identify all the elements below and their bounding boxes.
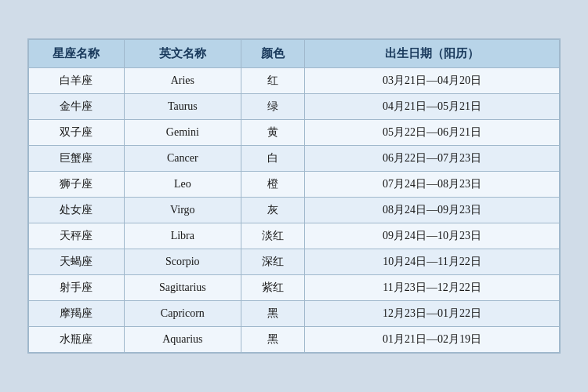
table-row: 天秤座Libra淡红09月24日—10月23日 <box>29 223 560 249</box>
table-header-row: 星座名称 英文名称 颜色 出生日期（阳历） <box>29 40 560 68</box>
table-row: 天蝎座Scorpio深红10月24日—11月22日 <box>29 249 560 275</box>
cell-zh: 水瓶座 <box>29 327 125 353</box>
table-row: 水瓶座Aquarius黑01月21日—02月19日 <box>29 327 560 353</box>
cell-date: 09月24日—10月23日 <box>305 223 560 249</box>
header-en: 英文名称 <box>124 40 241 68</box>
cell-color: 黄 <box>241 120 304 146</box>
cell-en: Scorpio <box>124 249 241 275</box>
cell-date: 11月23日—12月22日 <box>305 275 560 301</box>
cell-zh: 摩羯座 <box>29 301 125 327</box>
cell-en: Libra <box>124 223 241 249</box>
zodiac-table-container: 星座名称 英文名称 颜色 出生日期（阳历） 白羊座Aries红03月21日—04… <box>27 38 561 354</box>
header-zh: 星座名称 <box>29 40 125 68</box>
cell-date: 01月21日—02月19日 <box>305 327 560 353</box>
table-row: 金牛座Taurus绿04月21日—05月21日 <box>29 94 560 120</box>
cell-en: Taurus <box>124 94 241 120</box>
cell-color: 黑 <box>241 301 304 327</box>
cell-en: Cancer <box>124 146 241 172</box>
cell-color: 深红 <box>241 249 304 275</box>
cell-date: 12月23日—01月22日 <box>305 301 560 327</box>
cell-zh: 狮子座 <box>29 172 125 198</box>
cell-zh: 金牛座 <box>29 94 125 120</box>
cell-color: 白 <box>241 146 304 172</box>
cell-en: Aries <box>124 68 241 94</box>
cell-date: 04月21日—05月21日 <box>305 94 560 120</box>
table-row: 双子座Gemini黄05月22日—06月21日 <box>29 120 560 146</box>
cell-en: Aquarius <box>124 327 241 353</box>
cell-color: 橙 <box>241 172 304 198</box>
cell-en: Leo <box>124 172 241 198</box>
cell-date: 05月22日—06月21日 <box>305 120 560 146</box>
cell-color: 黑 <box>241 327 304 353</box>
cell-color: 灰 <box>241 198 304 223</box>
cell-zh: 射手座 <box>29 275 125 301</box>
cell-date: 07月24日—08月23日 <box>305 172 560 198</box>
table-row: 摩羯座Capricorn黑12月23日—01月22日 <box>29 301 560 327</box>
cell-zh: 白羊座 <box>29 68 125 94</box>
cell-zh: 天秤座 <box>29 223 125 249</box>
table-row: 处女座Virgo灰08月24日—09月23日 <box>29 198 560 223</box>
table-row: 白羊座Aries红03月21日—04月20日 <box>29 68 560 94</box>
table-row: 狮子座Leo橙07月24日—08月23日 <box>29 172 560 198</box>
table-row: 射手座Sagittarius紫红11月23日—12月22日 <box>29 275 560 301</box>
cell-date: 08月24日—09月23日 <box>305 198 560 223</box>
cell-date: 10月24日—11月22日 <box>305 249 560 275</box>
cell-color: 紫红 <box>241 275 304 301</box>
cell-color: 红 <box>241 68 304 94</box>
zodiac-table: 星座名称 英文名称 颜色 出生日期（阳历） 白羊座Aries红03月21日—04… <box>28 39 560 353</box>
cell-date: 06月22日—07月23日 <box>305 146 560 172</box>
cell-color: 淡红 <box>241 223 304 249</box>
cell-zh: 处女座 <box>29 198 125 223</box>
cell-en: Virgo <box>124 198 241 223</box>
cell-zh: 天蝎座 <box>29 249 125 275</box>
cell-zh: 双子座 <box>29 120 125 146</box>
header-date: 出生日期（阳历） <box>305 40 560 68</box>
cell-zh: 巨蟹座 <box>29 146 125 172</box>
header-color: 颜色 <box>241 40 304 68</box>
table-row: 巨蟹座Cancer白06月22日—07月23日 <box>29 146 560 172</box>
cell-en: Capricorn <box>124 301 241 327</box>
cell-color: 绿 <box>241 94 304 120</box>
cell-en: Sagittarius <box>124 275 241 301</box>
cell-en: Gemini <box>124 120 241 146</box>
cell-date: 03月21日—04月20日 <box>305 68 560 94</box>
